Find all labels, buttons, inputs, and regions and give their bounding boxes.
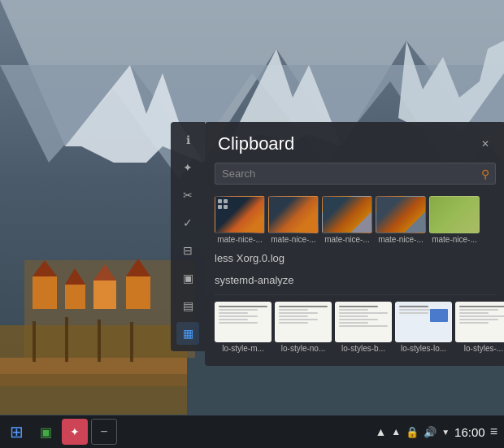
- svg-rect-17: [0, 374, 187, 386]
- taskbar-app2[interactable]: ▣: [33, 419, 59, 445]
- clipboard-title: Clipboard: [218, 133, 294, 154]
- clipboard-panel: Clipboard ✕ ⚲ mate-nice-...: [205, 122, 504, 366]
- svg-rect-16: [0, 358, 187, 374]
- list-item[interactable]: mate-nice-...: [215, 196, 265, 244]
- taskbar-app3[interactable]: ✦: [62, 419, 88, 445]
- svg-rect-9: [65, 285, 85, 309]
- svg-rect-18: [33, 321, 36, 362]
- clipboard-header: Clipboard ✕: [205, 122, 504, 163]
- taskbar-app1[interactable]: ⊞: [3, 419, 29, 445]
- left-panel: ℹ ✦ ✂ ✓ ⊟ ▣ ▤ ▦: [171, 122, 205, 351]
- volume-icon[interactable]: 🔊: [424, 426, 437, 438]
- thumb-label: mate-nice-...: [378, 235, 424, 244]
- lock-icon: 🔒: [406, 426, 419, 438]
- list-item[interactable]: lo-styles-b...: [335, 302, 392, 353]
- taskbar-app4[interactable]: −: [91, 419, 117, 445]
- svg-rect-13: [126, 276, 150, 309]
- list-item[interactable]: mate-nice-...: [322, 196, 372, 244]
- list-item[interactable]: lo-styles-...: [455, 302, 504, 353]
- svg-rect-21: [130, 322, 133, 362]
- signal-icon: ▲: [391, 426, 401, 437]
- list-item[interactable]: lo-styles-lo...: [395, 302, 452, 353]
- taskbar-menu-icon[interactable]: ≡: [490, 424, 497, 439]
- lo-thumb-label: lo-style-m...: [222, 344, 264, 353]
- taskbar-systray: ▲ ▲ 🔒 🔊 ▼ 16:00 ≡: [375, 424, 504, 439]
- taskbar-time: 16:00: [454, 425, 485, 439]
- list-item[interactable]: lo-style-no...: [275, 302, 332, 353]
- search-input[interactable]: [215, 163, 496, 185]
- search-bar: ⚲: [215, 163, 496, 185]
- search-clear-icon[interactable]: ⚲: [481, 167, 489, 181]
- lo-thumb-label: lo-styles-lo...: [401, 344, 446, 353]
- lo-thumb-label: lo-style-no...: [281, 344, 325, 353]
- wifi-icon: ▲: [375, 425, 386, 438]
- list-item[interactable]: mate-nice-...: [429, 196, 480, 244]
- bluetooth-icon[interactable]: ✦: [176, 156, 199, 179]
- text-entry-xorg[interactable]: less Xorg.0.log: [205, 247, 504, 269]
- dropdown-arrow-icon[interactable]: ▼: [441, 428, 450, 437]
- svg-rect-11: [93, 281, 116, 309]
- thumb-label: mate-nice-...: [432, 235, 477, 244]
- section-divider: [215, 294, 496, 295]
- text-entry-systemd[interactable]: systemd-analyze: [205, 269, 504, 291]
- clipboard-close-button[interactable]: ✕: [478, 137, 493, 151]
- list-item[interactable]: lo-style-m...: [215, 302, 272, 353]
- printer-icon[interactable]: ⊟: [176, 239, 199, 262]
- document-icon[interactable]: ▤: [176, 294, 199, 317]
- check-icon[interactable]: ✓: [176, 211, 199, 234]
- screen-icon[interactable]: ▣: [176, 267, 199, 289]
- thumb-label: mate-nice-...: [324, 235, 370, 244]
- info-icon[interactable]: ℹ: [176, 128, 199, 151]
- list-item[interactable]: mate-nice-...: [376, 196, 426, 244]
- svg-rect-7: [33, 276, 57, 309]
- clipboard-icon[interactable]: ▦: [176, 322, 199, 345]
- taskbar: ⊞ ▣ ✦ − ▲ ▲ 🔒 🔊 ▼ 16:00 ≡: [0, 415, 504, 448]
- thumb-label: mate-nice-...: [217, 235, 263, 244]
- lo-thumb-label: lo-styles-...: [464, 344, 503, 353]
- lo-thumbs-row: lo-style-m... lo-style-no...: [205, 298, 504, 361]
- svg-rect-20: [98, 320, 101, 362]
- wallpaper-thumbs-row: mate-nice-... mate-nice-... mate-nice-..…: [205, 193, 504, 247]
- thumb-label: mate-nice-...: [271, 235, 316, 244]
- taskbar-apps: ⊞ ▣ ✦ −: [0, 419, 117, 445]
- list-item[interactable]: mate-nice-...: [268, 196, 319, 244]
- lo-thumb-label: lo-styles-b...: [341, 344, 385, 353]
- svg-rect-19: [65, 317, 68, 362]
- scissors-icon[interactable]: ✂: [176, 184, 199, 207]
